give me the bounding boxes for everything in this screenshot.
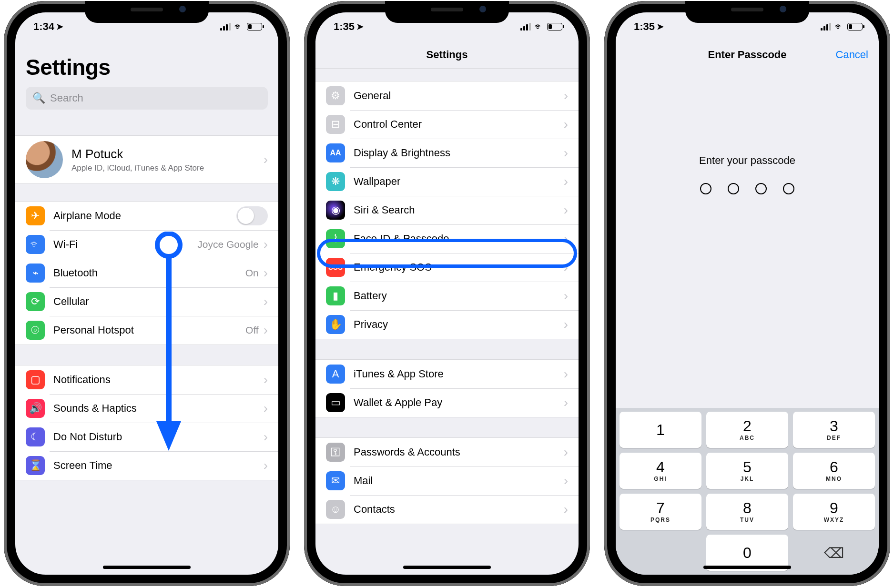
wall-icon: ❋ xyxy=(326,172,345,191)
settings-row-wi-fi[interactable]: ᯤWi-FiJoyce Google› xyxy=(15,230,278,259)
location-services-icon: ➤ xyxy=(56,21,63,32)
keypad-3[interactable]: 3DEF xyxy=(793,412,875,448)
home-indicator[interactable] xyxy=(703,566,791,569)
settings-row-airplane-mode[interactable]: ✈Airplane Mode xyxy=(15,202,278,230)
key-letters: ABC xyxy=(740,435,755,441)
itunes-icon: A xyxy=(326,365,345,384)
keypad-9[interactable]: 9WXYZ xyxy=(793,494,875,530)
row-label: Contacts xyxy=(354,503,564,516)
settings-row-screen-time[interactable]: ⌛Screen Time› xyxy=(15,451,278,480)
key-letters: MNO xyxy=(826,476,842,482)
settings-row-personal-hotspot[interactable]: ⦾Personal HotspotOff› xyxy=(15,316,278,345)
cellular-signal-icon xyxy=(220,23,231,30)
location-services-icon: ➤ xyxy=(657,21,664,32)
settings-row-itunes-app-store[interactable]: AiTunes & App Store› xyxy=(315,360,579,388)
chevron-right-icon: › xyxy=(564,89,568,102)
battery-icon xyxy=(247,23,262,30)
keypad-4[interactable]: 4GHI xyxy=(620,453,701,489)
key-number: 5 xyxy=(743,459,752,475)
settings-row-display-brightness[interactable]: AADisplay & Brightness› xyxy=(315,139,579,167)
settings-row-bluetooth[interactable]: ⌁BluetoothOn› xyxy=(15,259,278,287)
passwords-icon: ⚿ xyxy=(326,443,345,462)
numeric-keypad: 12ABC3DEF4GHI5JKL6MNO7PQRS8TUV9WXYZ0⌫ xyxy=(616,408,879,575)
cancel-button[interactable]: Cancel xyxy=(836,49,868,61)
keypad-2[interactable]: 2ABC xyxy=(706,412,788,448)
chevron-right-icon: › xyxy=(264,295,268,308)
keypad-6[interactable]: 6MNO xyxy=(793,453,875,489)
keypad-5[interactable]: 5JKL xyxy=(706,453,788,489)
general-icon: ⚙ xyxy=(326,86,345,105)
home-indicator[interactable] xyxy=(103,566,191,569)
settings-row-passwords-accounts[interactable]: ⚿Passwords & Accounts› xyxy=(315,438,579,466)
search-input[interactable]: 🔍 Search xyxy=(26,87,268,110)
settings-row-mail[interactable]: ✉Mail› xyxy=(315,466,579,495)
status-time: 1:35 xyxy=(334,20,355,33)
row-label: Display & Brightness xyxy=(354,147,564,159)
hotspot-icon: ⦾ xyxy=(26,321,45,340)
chevron-right-icon: › xyxy=(264,430,268,444)
row-label: Mail xyxy=(354,475,564,487)
key-letters: DEF xyxy=(827,435,841,441)
settings-row-sounds-haptics[interactable]: 🔊Sounds & Haptics› xyxy=(15,394,278,423)
screentime-icon: ⌛ xyxy=(26,456,45,475)
battery-icon xyxy=(847,23,863,30)
apple-id-row[interactable]: M Potuck Apple ID, iCloud, iTunes & App … xyxy=(15,136,278,183)
key-letters: PQRS xyxy=(650,517,670,523)
nav-title: Enter Passcode xyxy=(708,49,786,61)
settings-row-control-center[interactable]: ⊟Control Center› xyxy=(315,110,579,139)
chevron-right-icon: › xyxy=(564,396,568,409)
notch xyxy=(385,1,509,23)
home-indicator[interactable] xyxy=(403,566,491,569)
key-letters: WXYZ xyxy=(824,517,844,523)
settings-row-privacy[interactable]: ✋Privacy› xyxy=(315,310,579,339)
key-number: 6 xyxy=(830,459,838,475)
settings-row-contacts[interactable]: ☺Contacts› xyxy=(315,495,579,524)
chevron-right-icon: › xyxy=(564,474,568,487)
search-icon: 🔍 xyxy=(32,92,45,104)
keypad-1[interactable]: 1 xyxy=(620,412,701,448)
cc-icon: ⊟ xyxy=(326,115,345,134)
chevron-right-icon: › xyxy=(264,324,268,337)
notch xyxy=(685,1,809,23)
row-label: General xyxy=(354,90,564,102)
toggle-airplane[interactable] xyxy=(236,206,268,225)
settings-row-notifications[interactable]: ▢Notifications› xyxy=(15,365,278,394)
keypad-8[interactable]: 8TUV xyxy=(706,494,788,530)
row-label: iTunes & App Store xyxy=(354,368,564,380)
keypad-7[interactable]: 7PQRS xyxy=(620,494,701,530)
row-label: Cellular xyxy=(53,295,264,308)
apple-id-name: M Potuck xyxy=(71,147,264,162)
row-label: Do Not Disturb xyxy=(53,431,264,443)
settings-row-do-not-disturb[interactable]: ☾Do Not Disturb› xyxy=(15,423,278,451)
keypad-delete[interactable]: ⌫ xyxy=(793,535,875,571)
chevron-right-icon: › xyxy=(564,503,568,516)
phone-2-settings-scrolled: 1:35➤ ᯤ Settings ⚙General›⊟Control Cente… xyxy=(304,1,590,586)
row-label: Sounds & Haptics xyxy=(53,402,264,415)
row-label: Airplane Mode xyxy=(53,210,236,222)
settings-row-cellular[interactable]: ⟳Cellular› xyxy=(15,287,278,316)
settings-row-emergency-sos[interactable]: SOSEmergency SOS› xyxy=(315,253,579,282)
row-detail: Off xyxy=(245,324,259,336)
chevron-right-icon: › xyxy=(264,153,268,166)
chevron-right-icon: › xyxy=(564,289,568,303)
chevron-right-icon: › xyxy=(564,232,568,245)
wallet-icon: ▭ xyxy=(326,393,345,412)
battery-icon xyxy=(547,23,562,30)
chevron-right-icon: › xyxy=(564,318,568,331)
settings-row-general[interactable]: ⚙General› xyxy=(315,81,579,110)
dnd-icon: ☾ xyxy=(26,427,45,446)
contacts-icon: ☺ xyxy=(326,500,345,519)
key-number: 0 xyxy=(743,545,752,560)
settings-row-face-id-passcode[interactable]: ⌇Face ID & Passcode› xyxy=(315,224,579,253)
row-label: Passwords & Accounts xyxy=(354,446,564,458)
settings-row-siri-search[interactable]: ◉Siri & Search› xyxy=(315,196,579,224)
key-number: 8 xyxy=(743,500,752,516)
chevron-right-icon: › xyxy=(264,266,268,280)
settings-row-battery[interactable]: ▮Battery› xyxy=(315,282,579,310)
chevron-right-icon: › xyxy=(564,203,568,217)
apple-id-sub: Apple ID, iCloud, iTunes & App Store xyxy=(71,163,264,173)
sounds-icon: 🔊 xyxy=(26,399,45,418)
settings-row-wallet-apple-pay[interactable]: ▭Wallet & Apple Pay› xyxy=(315,388,579,417)
settings-row-wallpaper[interactable]: ❋Wallpaper› xyxy=(315,167,579,196)
airplane-icon: ✈ xyxy=(26,206,45,225)
